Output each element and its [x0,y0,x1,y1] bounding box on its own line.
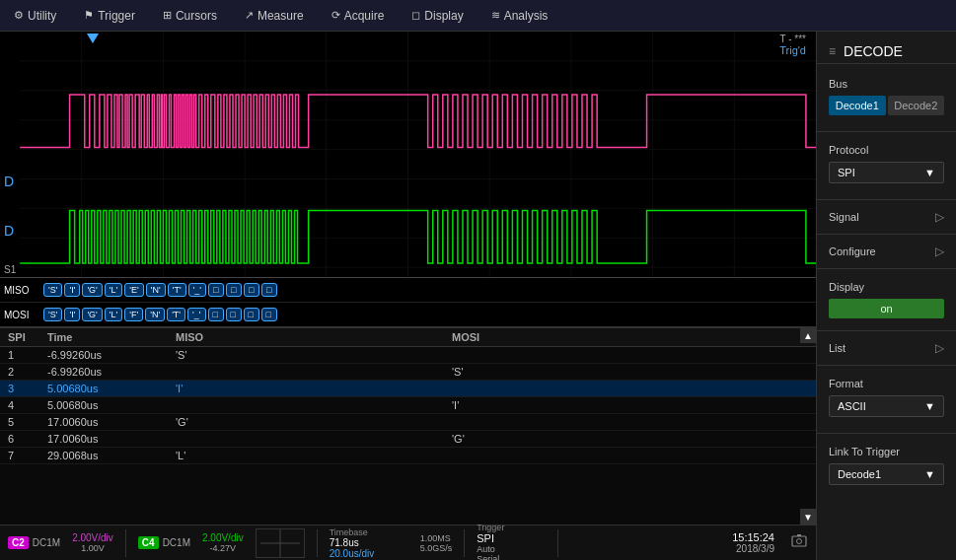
row3-time: 5.00680us [39,381,168,397]
protocol-dropdown[interactable]: SPI ▼ [829,162,944,183]
scroll-down-button[interactable]: ▼ [800,509,816,525]
protocol-label: Protocol [829,144,944,156]
s1-channel-label: S1 [4,264,16,275]
ch2-offset: 1.00V [81,543,105,553]
row5-mosi [444,414,816,431]
top-menu-bar: ⚙ Utility ⚑ Trigger ⊞ Cursors ↗ Measure … [0,0,956,32]
mosi-packet-4: 'F' [124,308,143,321]
bus-section: Bus Decode1 Decode2 [817,72,956,125]
list-label: List [829,342,846,354]
miso-packet-11: □ [261,283,277,297]
table-row[interactable]: 2 -6.99260us 'S' [0,364,816,381]
list-section[interactable]: List ▷ [817,337,956,359]
decode2-tab[interactable]: Decode2 [888,96,945,115]
divider-format [817,365,956,366]
divider-1 [125,529,126,557]
link-label: Link To Trigger [829,446,944,457]
menu-utility[interactable]: ⚙ Utility [8,5,62,27]
link-dropdown[interactable]: Decode1 ▼ [829,463,944,485]
analysis-label: Analysis [504,9,549,23]
display-on-button[interactable]: on [829,299,944,318]
list-nav-arrow: ▷ [935,341,944,355]
decode-labels: MISO 'S' 'I' 'G' 'L' 'E' 'N' 'T' '_' □ □… [0,277,816,326]
row3-mosi [444,381,816,397]
format-value: ASCII [838,400,866,412]
divider-3 [464,529,465,557]
measure-icon: ↗ [245,9,254,22]
trigger-icon: ⚑ [84,9,94,22]
mosi-packet-8: □ [208,308,224,321]
miso-packet-5: 'N' [146,283,166,297]
data-table-area[interactable]: SPI Time MISO MOSI 1 -6.99260us 'S' [0,327,816,525]
miso-decode-row: MISO 'S' 'I' 'G' 'L' 'E' 'N' 'T' '_' □ □… [0,278,816,303]
utility-icon: ⚙ [14,9,24,22]
trigger-info: T - *** Trig'd [779,34,806,56]
row1-mosi [444,347,816,364]
divider-list [817,330,956,331]
mosi-packets: 'S' 'I' 'G' 'L' 'F' 'N' 'T' '_' □ □ □ □ [43,308,816,321]
col-header-miso: MISO [168,328,444,347]
ch2-voltsdiv: 2.00V/div [72,532,113,543]
row2-miso [168,364,444,381]
scope-area: T - *** Trig'd D D [0,32,816,560]
signal-label: Signal [829,211,859,223]
timebase-val4: 5.0GS/s [420,543,453,553]
row4-mosi: 'I' [444,397,816,414]
configure-nav-arrow: ▷ [935,245,944,258]
protocol-dropdown-arrow: ▼ [924,167,935,178]
format-dropdown[interactable]: ASCII ▼ [829,395,944,417]
screenshot-icon[interactable] [790,532,808,553]
display-icon: ◻ [411,9,420,22]
cursors-icon: ⊞ [163,9,172,22]
menu-acquire[interactable]: ⟳ Acquire [326,5,391,27]
timebase-val2: 20.0us/div [330,548,375,559]
xy-svg [260,529,300,557]
miso-packets: 'S' 'I' 'G' 'L' 'E' 'N' 'T' '_' □ □ □ □ [43,283,816,297]
table-row[interactable]: 3 5.00680us 'I' [0,381,816,397]
menu-measure[interactable]: ↗ Measure [239,5,310,27]
mosi-packet-3: 'L' [105,308,122,321]
menu-trigger[interactable]: ⚑ Trigger [78,5,141,27]
signal-nav-arrow: ▷ [935,210,944,224]
scroll-up-button[interactable]: ▲ [800,327,816,343]
configure-label: Configure [829,245,876,257]
status-bar: C2 DC1M 2.00V/div 1.00V C4 DC1M 2.00V/di… [0,525,816,560]
miso-packet-6: 'T' [168,283,186,297]
row6-id: 6 [0,431,39,448]
row7-mosi [444,448,816,464]
row4-id: 4 [0,397,39,414]
menu-display[interactable]: ◻ Display [405,5,469,27]
configure-section[interactable]: Configure ▷ [817,241,956,262]
table-row[interactable]: 7 29.0068us 'L' [0,448,816,464]
format-label: Format [829,378,944,389]
table-row[interactable]: 6 17.0060us 'G' [0,431,816,448]
link-dropdown-arrow: ▼ [924,468,935,480]
table-row[interactable]: 1 -6.99260us 'S' [0,347,816,364]
decode1-tab[interactable]: Decode1 [829,96,886,115]
ch4-offset: -4.27V [210,543,237,553]
data-table-wrapper: SPI Time MISO MOSI 1 -6.99260us 'S' [0,327,816,525]
panel-header: ≡ DECODE [817,39,956,64]
row6-time: 17.0060us [39,431,168,448]
row6-mosi: 'G' [444,431,816,448]
divider-display [817,268,956,269]
miso-packet-7: '_' [188,283,206,297]
mosi-packet-6: 'T' [167,308,185,321]
signal-section[interactable]: Signal ▷ [817,206,956,228]
menu-cursors[interactable]: ⊞ Cursors [157,5,223,27]
row3-id: 3 [0,381,39,397]
mosi-packet-5: 'N' [145,308,165,321]
row1-miso: 'S' [168,347,444,364]
trigger-line2: Trig'd [779,44,806,56]
mosi-packet-0: 'S' [43,308,62,321]
trigger-line1: T - *** [779,34,806,44]
miso-packet-8: □ [208,283,224,297]
mosi-packet-11: □ [261,308,277,321]
mosi-packet-7: '_' [187,308,205,321]
link-section: Link To Trigger Decode1 ▼ [817,440,956,495]
table-row[interactable]: 5 17.0060us 'G' [0,414,816,431]
row2-time: -6.99260us [39,364,168,381]
table-row[interactable]: 4 5.00680us 'I' [0,397,816,414]
menu-analysis[interactable]: ≋ Analysis [485,5,554,27]
cursors-label: Cursors [176,9,217,23]
